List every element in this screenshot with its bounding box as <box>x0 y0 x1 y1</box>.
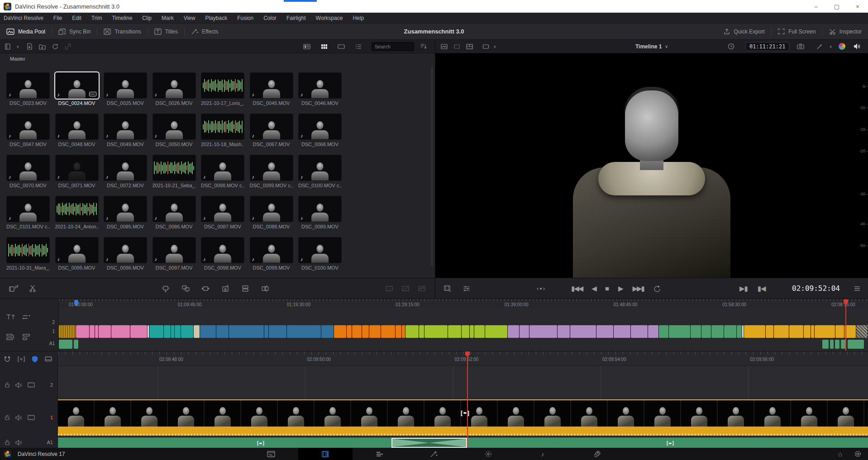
close-up-icon[interactable] <box>221 285 230 293</box>
grab-still-icon[interactable] <box>796 42 806 51</box>
split-clip-scissors-icon[interactable] <box>29 285 36 293</box>
thumbnail-view-icon[interactable] <box>319 42 329 51</box>
overview-clip-purple[interactable] <box>529 325 558 338</box>
overview-clip-orange[interactable] <box>369 325 381 338</box>
overview-clip-lime[interactable] <box>474 325 485 338</box>
menu-item-playback[interactable]: Playback <box>205 15 227 21</box>
media-item[interactable]: ♪DSC_0072.MOV <box>104 155 147 188</box>
media-item[interactable]: ♪DSC_0089.MOV <box>298 196 342 229</box>
match-frame-icon[interactable] <box>444 285 453 293</box>
play-reverse-button[interactable]: ◀ <box>591 285 596 293</box>
detail-timeline-body[interactable]: 02:09:48:0002:09:50:0002:09:52:0002:09:5… <box>58 351 868 448</box>
effects-button[interactable]: Effects <box>185 24 224 39</box>
lock-icon[interactable] <box>5 439 10 446</box>
clip-audio-bar[interactable] <box>58 427 868 436</box>
menu-item-view[interactable]: View <box>184 15 196 21</box>
source-overwrite-icon[interactable] <box>261 285 270 293</box>
overview-clip-pink[interactable] <box>90 325 95 338</box>
menu-item-clip[interactable]: Clip <box>142 15 152 21</box>
media-item[interactable]: ♪DSC_0098.MOV <box>201 237 244 270</box>
smart-insert-icon[interactable] <box>161 285 170 293</box>
overview-clip-purple[interactable] <box>508 325 520 338</box>
mute-speaker-icon[interactable] <box>15 415 22 421</box>
viewer-panel[interactable]: -5-10-15-20-30-40-50 <box>435 53 868 278</box>
overview-clip-green[interactable] <box>737 325 742 338</box>
media-item[interactable]: ♪DSC_0045.MOV <box>250 72 293 106</box>
track-layout-icon[interactable] <box>22 332 32 341</box>
color-page-button[interactable] <box>461 448 515 460</box>
overview-timeline-body[interactable]: 01:00:00:0001:09:45:0001:19:30:0001:29:1… <box>59 299 868 351</box>
track-text-size-icon[interactable] <box>5 313 15 322</box>
zoom-wand-icon[interactable] <box>815 42 825 51</box>
menu-item-timeline[interactable]: Timeline <box>112 15 132 21</box>
loop-icon[interactable] <box>653 285 661 292</box>
overview-clip-beige[interactable] <box>194 325 200 338</box>
media-item[interactable]: ♪•••DSC_0024.MOV <box>55 72 99 106</box>
media-item[interactable]: ♪DSC_0096.MOV <box>104 237 147 270</box>
fairlight-page-button[interactable]: ♪ <box>515 448 570 460</box>
menu-item-edit[interactable]: Edit <box>72 15 81 21</box>
overview-clip-lime[interactable] <box>448 325 462 338</box>
overview-clip-purple[interactable] <box>648 325 659 338</box>
menu-item-fusion[interactable]: Fusion <box>237 15 253 21</box>
transform-icon[interactable] <box>452 42 462 51</box>
sort-icon[interactable] <box>419 42 429 51</box>
tools-sliders-icon[interactable] <box>463 285 471 292</box>
media-item[interactable]: ♪DSC_0047.MOV <box>6 114 50 147</box>
mute-speaker-icon[interactable] <box>15 440 22 446</box>
lock-icon[interactable] <box>5 382 10 388</box>
stop-button[interactable]: ■ <box>605 285 609 292</box>
media-item[interactable]: ♪DSC_0049.MOV <box>104 114 147 147</box>
overview-clip-purple[interactable] <box>614 325 631 338</box>
minimize-button[interactable]: – <box>806 0 826 13</box>
overview-clip-purple[interactable] <box>520 325 529 338</box>
track2-lane[interactable] <box>58 366 868 398</box>
overview-audio-clip[interactable] <box>74 340 78 349</box>
track1-lane[interactable]: [◂▸] <box>58 399 868 436</box>
ripple-overwrite-icon[interactable] <box>201 285 210 293</box>
overview-clip-green[interactable] <box>711 325 724 338</box>
full-screen-button[interactable]: Full Screen <box>772 24 822 39</box>
project-manager-home-icon[interactable]: ⌂ <box>838 450 842 458</box>
audio-marker-icon[interactable]: [◂▸] <box>257 441 264 446</box>
play-button[interactable]: ▶ <box>618 285 624 293</box>
overview-clip-pink[interactable] <box>130 325 148 338</box>
overview-audio-clip[interactable] <box>822 340 829 349</box>
overview-clip-lime[interactable] <box>485 325 508 338</box>
overview-ruler[interactable]: 01:00:00:0001:09:45:0001:19:30:0001:29:1… <box>59 299 868 308</box>
media-item[interactable]: 2021-10-24_Anton... <box>55 196 99 229</box>
place-on-top-icon[interactable] <box>241 285 250 293</box>
media-item[interactable]: ♪DSC_0100.MOV <box>298 237 342 270</box>
media-item[interactable]: ♪DSC_0087.MOV <box>201 196 244 229</box>
media-item[interactable]: ♪DSC_0098.MOV c... <box>201 155 244 188</box>
overview-clip-blue[interactable] <box>216 325 229 338</box>
track2-header[interactable]: 2 <box>0 371 57 398</box>
media-item[interactable]: 2021-10-18_Mash... <box>201 114 244 147</box>
menu-item-help[interactable]: Help <box>353 15 364 21</box>
media-item[interactable]: ♪DSC_0067.MOV <box>250 114 293 147</box>
overview-clip-amber[interactable] <box>774 325 789 338</box>
overview-clip-purple[interactable] <box>596 325 614 338</box>
media-item[interactable]: ♪DSC_0101.MOV c... <box>6 196 50 229</box>
refresh-sync-icon[interactable] <box>50 42 60 51</box>
overview-clip-teal[interactable] <box>149 325 164 338</box>
bin-list-icon[interactable] <box>4 42 14 51</box>
overview-audio-clip[interactable] <box>835 340 839 349</box>
a1-track-header[interactable]: A1 <box>0 436 57 448</box>
list-view-icon[interactable] <box>353 42 363 51</box>
menu-item-color[interactable]: Color <box>263 15 277 21</box>
timeline-rest-icon[interactable] <box>9 285 19 293</box>
import-folder-icon[interactable] <box>38 42 48 51</box>
media-item[interactable]: ♪DSC_0099.MOV c... <box>250 155 293 188</box>
media-pool-scrollbar[interactable] <box>431 67 433 266</box>
import-media-icon[interactable] <box>25 42 35 51</box>
overview-clip-lime[interactable] <box>424 325 448 338</box>
audio-trim-icon[interactable] <box>17 356 25 362</box>
overview-clip-lime[interactable] <box>419 325 424 338</box>
video-track-icon[interactable] <box>28 415 35 420</box>
menu-item-fairlight[interactable]: Fairlight <box>286 15 306 21</box>
quick-export-button[interactable]: Quick Export <box>717 24 771 39</box>
menu-item-file[interactable]: File <box>53 15 62 21</box>
overview-clip-lime[interactable] <box>462 325 470 338</box>
position-lock-icon[interactable] <box>32 356 38 363</box>
